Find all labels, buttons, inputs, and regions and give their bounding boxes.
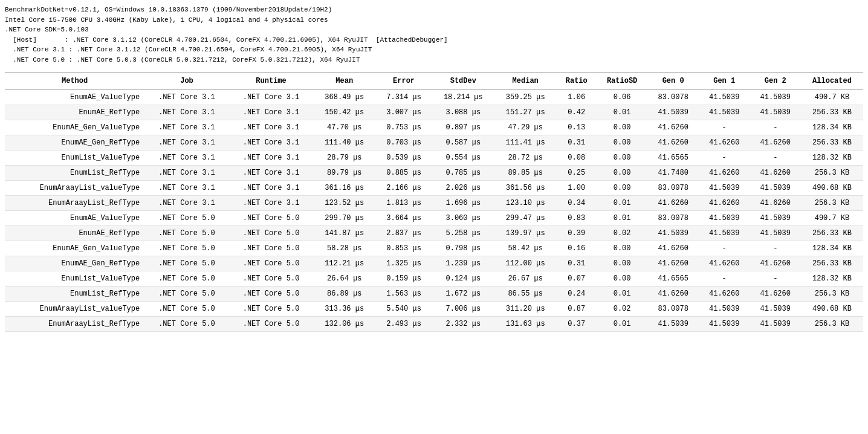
table-cell-allocated: 256.33 KB xyxy=(801,256,863,271)
table-cell-ratiosd: 0.00 xyxy=(597,181,648,196)
table-cell-median: 26.67 μs xyxy=(494,271,557,287)
table-cell-gen-1: 41.6260 xyxy=(699,135,750,151)
table-cell-gen-0: 83.0078 xyxy=(647,89,699,105)
table-row: EnumAE_Gen_ValueType.NET Core 3.1.NET Co… xyxy=(5,120,863,135)
table-cell-stddev: 0.554 μs xyxy=(432,151,494,166)
table-cell-job: .NET Core 5.0 xyxy=(144,317,229,332)
table-cell-job: .NET Core 5.0 xyxy=(144,211,229,226)
table-cell-error: 0.753 μs xyxy=(375,120,432,135)
table-cell-method: EnumList_RefType xyxy=(5,166,144,181)
table-cell-ratio: 0.37 xyxy=(557,317,597,332)
table-cell-median: 311.20 μs xyxy=(494,302,557,317)
table-cell-allocated: 256.33 KB xyxy=(801,135,863,151)
table-cell-job: .NET Core 3.1 xyxy=(144,135,229,151)
table-cell-runtime: .NET Core 5.0 xyxy=(229,271,314,287)
table-cell-ratiosd: 0.00 xyxy=(597,256,648,271)
table-cell-ratiosd: 0.00 xyxy=(597,166,648,181)
benchmark-table: MethodJobRuntimeMeanErrorStdDevMedianRat… xyxy=(5,72,863,332)
table-cell-job: .NET Core 3.1 xyxy=(144,196,229,211)
table-cell-method: EnumList_ValueType xyxy=(5,151,144,166)
table-cell-method: EnumAraayList_valueType xyxy=(5,181,144,196)
table-cell-ratio: 0.39 xyxy=(557,226,597,241)
table-cell-gen-1: 41.5039 xyxy=(699,226,750,241)
table-cell-ratio: 0.83 xyxy=(557,211,597,226)
table-cell-method: EnumList_ValueType xyxy=(5,271,144,287)
table-cell-ratio: 0.87 xyxy=(557,302,597,317)
table-cell-method: EnumAE_Gen_RefType xyxy=(5,135,144,151)
table-cell-runtime: .NET Core 3.1 xyxy=(229,151,314,166)
table-cell-job: .NET Core 3.1 xyxy=(144,105,229,120)
table-cell-stddev: 18.214 μs xyxy=(432,89,494,105)
table-cell-allocated: 490.7 KB xyxy=(801,89,863,105)
table-cell-mean: 150.42 μs xyxy=(313,105,375,120)
table-row: EnumAE_RefType.NET Core 3.1.NET Core 3.1… xyxy=(5,105,863,120)
table-cell-job: .NET Core 3.1 xyxy=(144,120,229,135)
table-cell-mean: 132.06 μs xyxy=(313,317,375,332)
table-cell-mean: 313.36 μs xyxy=(313,302,375,317)
table-cell-mean: 86.89 μs xyxy=(313,287,375,302)
table-cell-stddev: 0.897 μs xyxy=(432,120,494,135)
table-cell-method: EnumAraayList_valueType xyxy=(5,302,144,317)
table-cell-mean: 111.40 μs xyxy=(313,135,375,151)
table-cell-ratio: 0.31 xyxy=(557,256,597,271)
table-cell-gen-0: 41.6565 xyxy=(647,271,699,287)
table-cell-method: EnumAE_RefType xyxy=(5,226,144,241)
table-cell-allocated: 490.68 KB xyxy=(801,181,863,196)
table-cell-ratiosd: 0.02 xyxy=(597,302,648,317)
table-cell-stddev: 3.088 μs xyxy=(432,105,494,120)
table-cell-allocated: 490.7 KB xyxy=(801,211,863,226)
table-cell-gen-2: 41.5039 xyxy=(750,211,801,226)
table-cell-gen-2: 41.6260 xyxy=(750,287,801,302)
table-row: EnumAraayList_valueType.NET Core 5.0.NET… xyxy=(5,302,863,317)
table-cell-gen-0: 41.6260 xyxy=(647,196,699,211)
table-cell-gen-0: 41.6260 xyxy=(647,256,699,271)
table-cell-gen-1: 41.6260 xyxy=(699,256,750,271)
table-cell-gen-0: 41.6260 xyxy=(647,120,699,135)
table-cell-runtime: .NET Core 3.1 xyxy=(229,120,314,135)
table-cell-gen-0: 83.0078 xyxy=(647,302,699,317)
column-header-median: Median xyxy=(494,73,557,89)
table-cell-allocated: 256.3 KB xyxy=(801,287,863,302)
table-cell-mean: 26.64 μs xyxy=(313,271,375,287)
table-cell-allocated: 256.33 KB xyxy=(801,105,863,120)
table-cell-mean: 58.28 μs xyxy=(313,241,375,256)
table-row: EnumAraayList_valueType.NET Core 3.1.NET… xyxy=(5,181,863,196)
table-cell-median: 112.00 μs xyxy=(494,256,557,271)
table-cell-error: 3.007 μs xyxy=(375,105,432,120)
table-cell-runtime: .NET Core 3.1 xyxy=(229,105,314,120)
table-cell-median: 359.25 μs xyxy=(494,89,557,105)
table-cell-error: 1.325 μs xyxy=(375,256,432,271)
table-cell-job: .NET Core 5.0 xyxy=(144,241,229,256)
table-cell-ratiosd: 0.00 xyxy=(597,271,648,287)
column-header-mean: Mean xyxy=(313,73,375,89)
table-row: EnumList_RefType.NET Core 3.1.NET Core 3… xyxy=(5,166,863,181)
table-cell-runtime: .NET Core 5.0 xyxy=(229,256,314,271)
column-header-job: Job xyxy=(144,73,229,89)
table-cell-median: 28.72 μs xyxy=(494,151,557,166)
table-row: EnumList_ValueType.NET Core 3.1.NET Core… xyxy=(5,151,863,166)
table-cell-gen-2: - xyxy=(750,151,801,166)
table-cell-method: EnumAE_ValueType xyxy=(5,89,144,105)
table-cell-stddev: 2.026 μs xyxy=(432,181,494,196)
table-cell-job: .NET Core 5.0 xyxy=(144,226,229,241)
table-cell-gen-0: 41.6565 xyxy=(647,151,699,166)
table-cell-median: 89.85 μs xyxy=(494,166,557,181)
table-cell-mean: 368.49 μs xyxy=(313,89,375,105)
column-header-gen-0: Gen 0 xyxy=(647,73,699,89)
table-cell-allocated: 128.34 KB xyxy=(801,241,863,256)
table-cell-mean: 123.52 μs xyxy=(313,196,375,211)
table-cell-runtime: .NET Core 3.1 xyxy=(229,89,314,105)
table-cell-ratio: 0.07 xyxy=(557,271,597,287)
table-cell-median: 299.47 μs xyxy=(494,211,557,226)
table-cell-ratio: 0.08 xyxy=(557,151,597,166)
table-cell-method: EnumAraayList_RefType xyxy=(5,317,144,332)
table-cell-ratio: 0.25 xyxy=(557,166,597,181)
table-cell-stddev: 1.239 μs xyxy=(432,256,494,271)
table-cell-gen-0: 83.0078 xyxy=(647,211,699,226)
table-cell-median: 151.27 μs xyxy=(494,105,557,120)
table-row: EnumAE_RefType.NET Core 5.0.NET Core 5.0… xyxy=(5,226,863,241)
table-cell-runtime: .NET Core 5.0 xyxy=(229,287,314,302)
table-cell-stddev: 0.798 μs xyxy=(432,241,494,256)
table-cell-stddev: 0.785 μs xyxy=(432,166,494,181)
table-cell-gen-0: 41.5039 xyxy=(647,317,699,332)
